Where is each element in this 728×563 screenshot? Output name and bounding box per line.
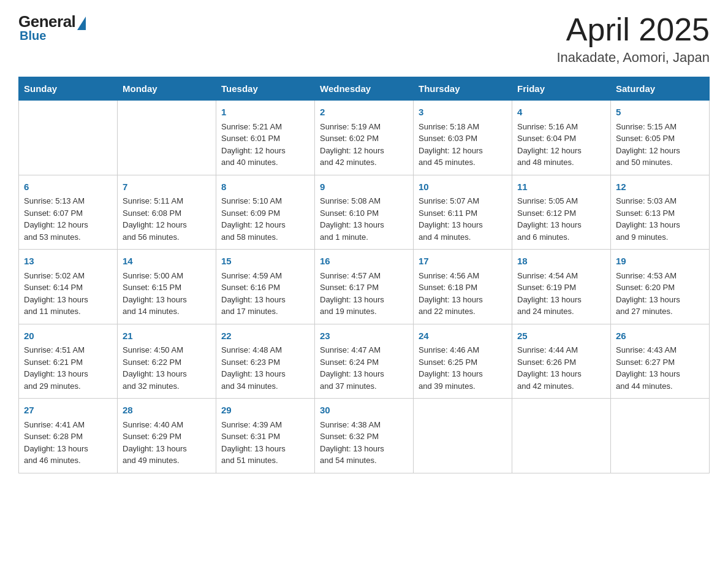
day-number: 28 <box>123 404 211 418</box>
calendar-day-cell: 20Sunrise: 4:51 AMSunset: 6:21 PMDayligh… <box>19 324 118 399</box>
calendar-day-cell <box>414 399 512 473</box>
logo-blue-text: Blue <box>20 29 46 43</box>
calendar-day-cell: 28Sunrise: 4:40 AMSunset: 6:29 PMDayligh… <box>118 399 216 473</box>
day-info: Sunrise: 5:15 AMSunset: 6:05 PMDaylight:… <box>616 121 704 169</box>
calendar-week-row: 6Sunrise: 5:13 AMSunset: 6:07 PMDaylight… <box>19 175 710 250</box>
day-number: 9 <box>320 180 408 194</box>
day-info: Sunrise: 5:02 AMSunset: 6:14 PMDaylight:… <box>24 270 112 318</box>
logo-triangle-icon <box>77 17 86 30</box>
calendar-week-row: 1Sunrise: 5:21 AMSunset: 6:01 PMDaylight… <box>19 101 710 175</box>
calendar-day-cell: 30Sunrise: 4:38 AMSunset: 6:32 PMDayligh… <box>315 399 414 473</box>
calendar-day-cell: 23Sunrise: 4:47 AMSunset: 6:24 PMDayligh… <box>315 324 414 399</box>
day-info: Sunrise: 4:48 AMSunset: 6:23 PMDaylight:… <box>221 344 309 392</box>
day-number: 12 <box>616 180 704 194</box>
calendar-subtitle: Inakadate, Aomori, Japan <box>557 50 710 66</box>
calendar-day-cell: 10Sunrise: 5:07 AMSunset: 6:11 PMDayligh… <box>414 175 512 250</box>
day-info: Sunrise: 4:43 AMSunset: 6:27 PMDaylight:… <box>616 344 704 392</box>
calendar-title: April 2025 <box>557 12 710 47</box>
day-number: 20 <box>24 329 112 343</box>
day-of-week-header: Thursday <box>414 77 512 101</box>
day-of-week-header: Saturday <box>611 77 710 101</box>
day-number: 26 <box>616 329 704 343</box>
day-info: Sunrise: 5:00 AMSunset: 6:15 PMDaylight:… <box>123 270 211 318</box>
calendar-day-cell: 9Sunrise: 5:08 AMSunset: 6:10 PMDaylight… <box>315 175 414 250</box>
calendar-day-cell: 25Sunrise: 4:44 AMSunset: 6:26 PMDayligh… <box>512 324 611 399</box>
day-number: 23 <box>320 329 408 343</box>
day-info: Sunrise: 4:38 AMSunset: 6:32 PMDaylight:… <box>320 419 408 467</box>
day-header-row: SundayMondayTuesdayWednesdayThursdayFrid… <box>19 77 710 101</box>
calendar-week-row: 20Sunrise: 4:51 AMSunset: 6:21 PMDayligh… <box>19 324 710 399</box>
calendar-week-row: 13Sunrise: 5:02 AMSunset: 6:14 PMDayligh… <box>19 250 710 324</box>
day-info: Sunrise: 5:16 AMSunset: 6:04 PMDaylight:… <box>517 121 605 169</box>
day-number: 8 <box>221 180 309 194</box>
calendar-day-cell: 24Sunrise: 4:46 AMSunset: 6:25 PMDayligh… <box>414 324 512 399</box>
day-of-week-header: Friday <box>512 77 611 101</box>
calendar-day-cell <box>512 399 611 473</box>
calendar-day-cell: 22Sunrise: 4:48 AMSunset: 6:23 PMDayligh… <box>216 324 315 399</box>
day-info: Sunrise: 4:51 AMSunset: 6:21 PMDaylight:… <box>24 344 112 392</box>
day-number: 22 <box>221 329 309 343</box>
day-info: Sunrise: 4:44 AMSunset: 6:26 PMDaylight:… <box>517 344 605 392</box>
day-number: 30 <box>320 404 408 418</box>
day-number: 2 <box>320 105 408 120</box>
calendar-day-cell: 21Sunrise: 4:50 AMSunset: 6:22 PMDayligh… <box>118 324 216 399</box>
day-info: Sunrise: 5:18 AMSunset: 6:03 PMDaylight:… <box>419 121 507 169</box>
calendar-day-cell: 6Sunrise: 5:13 AMSunset: 6:07 PMDaylight… <box>19 175 118 250</box>
day-number: 17 <box>419 255 507 269</box>
calendar-day-cell: 26Sunrise: 4:43 AMSunset: 6:27 PMDayligh… <box>611 324 710 399</box>
calendar-day-cell <box>611 399 710 473</box>
day-info: Sunrise: 4:57 AMSunset: 6:17 PMDaylight:… <box>320 270 408 318</box>
day-number: 25 <box>517 329 605 343</box>
calendar-day-cell: 11Sunrise: 5:05 AMSunset: 6:12 PMDayligh… <box>512 175 611 250</box>
day-info: Sunrise: 4:47 AMSunset: 6:24 PMDaylight:… <box>320 344 408 392</box>
logo: General Blue <box>18 12 86 43</box>
day-info: Sunrise: 4:54 AMSunset: 6:19 PMDaylight:… <box>517 270 605 318</box>
calendar-table: SundayMondayTuesdayWednesdayThursdayFrid… <box>18 77 710 473</box>
calendar-day-cell: 8Sunrise: 5:10 AMSunset: 6:09 PMDaylight… <box>216 175 315 250</box>
day-number: 18 <box>517 255 605 269</box>
day-number: 24 <box>419 329 507 343</box>
day-number: 4 <box>517 105 605 120</box>
calendar-day-cell: 12Sunrise: 5:03 AMSunset: 6:13 PMDayligh… <box>611 175 710 250</box>
page-header: General Blue April 2025 Inakadate, Aomor… <box>18 12 710 66</box>
calendar-week-row: 27Sunrise: 4:41 AMSunset: 6:28 PMDayligh… <box>19 399 710 473</box>
day-number: 15 <box>221 255 309 269</box>
day-info: Sunrise: 4:40 AMSunset: 6:29 PMDaylight:… <box>123 419 211 467</box>
calendar-day-cell: 3Sunrise: 5:18 AMSunset: 6:03 PMDaylight… <box>414 101 512 175</box>
calendar-day-cell <box>19 101 118 175</box>
calendar-day-cell: 18Sunrise: 4:54 AMSunset: 6:19 PMDayligh… <box>512 250 611 324</box>
day-info: Sunrise: 4:50 AMSunset: 6:22 PMDaylight:… <box>123 344 211 392</box>
day-number: 27 <box>24 404 112 418</box>
day-number: 1 <box>221 105 309 120</box>
day-number: 6 <box>24 180 112 194</box>
day-number: 13 <box>24 255 112 269</box>
day-number: 29 <box>221 404 309 418</box>
day-number: 7 <box>123 180 211 194</box>
title-block: April 2025 Inakadate, Aomori, Japan <box>557 12 710 66</box>
day-info: Sunrise: 5:19 AMSunset: 6:02 PMDaylight:… <box>320 121 408 169</box>
calendar-day-cell: 16Sunrise: 4:57 AMSunset: 6:17 PMDayligh… <box>315 250 414 324</box>
day-number: 16 <box>320 255 408 269</box>
day-number: 3 <box>419 105 507 120</box>
calendar-day-cell: 7Sunrise: 5:11 AMSunset: 6:08 PMDaylight… <box>118 175 216 250</box>
day-info: Sunrise: 5:13 AMSunset: 6:07 PMDaylight:… <box>24 195 112 243</box>
calendar-day-cell: 13Sunrise: 5:02 AMSunset: 6:14 PMDayligh… <box>19 250 118 324</box>
day-info: Sunrise: 4:46 AMSunset: 6:25 PMDaylight:… <box>419 344 507 392</box>
calendar-day-cell <box>118 101 216 175</box>
day-info: Sunrise: 4:41 AMSunset: 6:28 PMDaylight:… <box>24 419 112 467</box>
calendar-day-cell: 29Sunrise: 4:39 AMSunset: 6:31 PMDayligh… <box>216 399 315 473</box>
day-of-week-header: Tuesday <box>216 77 315 101</box>
calendar-day-cell: 15Sunrise: 4:59 AMSunset: 6:16 PMDayligh… <box>216 250 315 324</box>
calendar-body: 1Sunrise: 5:21 AMSunset: 6:01 PMDaylight… <box>19 101 710 473</box>
day-of-week-header: Monday <box>118 77 216 101</box>
day-info: Sunrise: 4:39 AMSunset: 6:31 PMDaylight:… <box>221 419 309 467</box>
day-info: Sunrise: 5:08 AMSunset: 6:10 PMDaylight:… <box>320 195 408 243</box>
day-number: 11 <box>517 180 605 194</box>
calendar-day-cell: 27Sunrise: 4:41 AMSunset: 6:28 PMDayligh… <box>19 399 118 473</box>
day-number: 10 <box>419 180 507 194</box>
calendar-day-cell: 2Sunrise: 5:19 AMSunset: 6:02 PMDaylight… <box>315 101 414 175</box>
day-info: Sunrise: 5:10 AMSunset: 6:09 PMDaylight:… <box>221 195 309 243</box>
day-info: Sunrise: 4:53 AMSunset: 6:20 PMDaylight:… <box>616 270 704 318</box>
day-info: Sunrise: 5:21 AMSunset: 6:01 PMDaylight:… <box>221 121 309 169</box>
day-of-week-header: Sunday <box>19 77 118 101</box>
